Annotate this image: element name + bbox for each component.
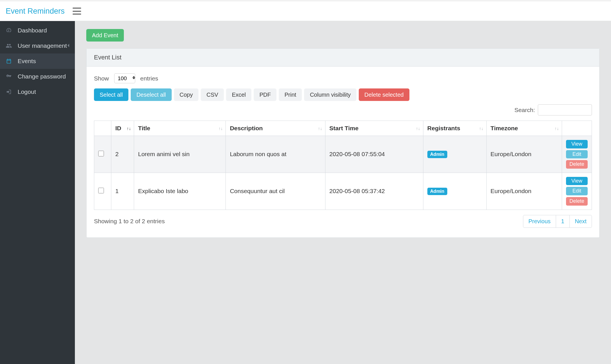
col-timezone[interactable]: Timezone ↑↓ bbox=[486, 121, 562, 136]
delete-button[interactable]: Delete bbox=[566, 160, 588, 169]
col-id[interactable]: ID ↑↓ bbox=[111, 121, 134, 136]
view-button[interactable]: View bbox=[566, 177, 588, 185]
edit-button[interactable]: Edit bbox=[566, 150, 588, 159]
copy-button[interactable]: Copy bbox=[174, 88, 199, 101]
cell-start-time: 2020-05-08 05:37:42 bbox=[325, 173, 423, 210]
entries-label: entries bbox=[140, 75, 158, 82]
pdf-button[interactable]: PDF bbox=[254, 88, 276, 101]
sign-out-icon bbox=[5, 89, 13, 95]
col-start-time-label: Start Time bbox=[329, 125, 358, 131]
event-list-card: Event List Show 100 entries Select all D… bbox=[86, 48, 600, 238]
events-table: ID ↑↓ Title ↑↓ Description ↑↓ bbox=[94, 121, 592, 210]
chevron-left-icon bbox=[67, 44, 70, 48]
sort-icon: ↑↓ bbox=[218, 126, 223, 131]
search-control: Search: bbox=[94, 104, 592, 115]
topbar: Event Reminders bbox=[0, 0, 611, 21]
pagination-next[interactable]: Next bbox=[570, 215, 592, 228]
cell-title: Lorem animi vel sin bbox=[134, 136, 226, 173]
cell-actions: View Edit Delete bbox=[562, 136, 592, 173]
col-checkbox[interactable] bbox=[94, 121, 111, 136]
pagination: Previous 1 Next bbox=[523, 215, 592, 228]
col-description-label: Description bbox=[230, 125, 263, 131]
registrant-badge: Admin bbox=[427, 151, 447, 158]
sidebar-item-events[interactable]: Events bbox=[0, 53, 75, 69]
row-checkbox[interactable] bbox=[98, 188, 104, 193]
cell-registrants: Admin bbox=[423, 136, 486, 173]
key-icon bbox=[5, 74, 13, 79]
sort-icon: ↑↓ bbox=[318, 126, 322, 131]
cell-actions: View Edit Delete bbox=[562, 173, 592, 210]
col-registrants[interactable]: Registrants ↑↓ bbox=[423, 121, 486, 136]
page-length-select[interactable]: 100 bbox=[114, 73, 135, 83]
view-button[interactable]: View bbox=[566, 140, 588, 148]
sidebar-item-dashboard[interactable]: Dashboard bbox=[0, 23, 75, 38]
print-button[interactable]: Print bbox=[279, 88, 302, 101]
menu-toggle-icon[interactable] bbox=[73, 8, 81, 15]
card-title: Event List bbox=[87, 49, 599, 67]
cell-description: Consequuntur aut cil bbox=[226, 173, 325, 210]
csv-button[interactable]: CSV bbox=[201, 88, 224, 101]
pagination-previous[interactable]: Previous bbox=[523, 215, 556, 228]
col-title[interactable]: Title ↑↓ bbox=[134, 121, 226, 136]
show-label: Show bbox=[94, 75, 109, 82]
pagination-page-1[interactable]: 1 bbox=[556, 215, 570, 228]
col-actions bbox=[562, 121, 592, 136]
cell-description: Laborum non quos at bbox=[226, 136, 325, 173]
tachometer-icon bbox=[5, 27, 13, 34]
cell-id: 1 bbox=[111, 173, 134, 210]
edit-button[interactable]: Edit bbox=[566, 187, 588, 195]
table-toolbar: Select all Deselect all Copy CSV Excel P… bbox=[94, 88, 592, 101]
sidebar: Dashboard User management Events Change … bbox=[0, 21, 75, 364]
table-info: Showing 1 to 2 of 2 entries bbox=[94, 218, 165, 225]
delete-selected-button[interactable]: Delete selected bbox=[359, 88, 409, 101]
length-control: Show 100 entries bbox=[94, 73, 592, 83]
cell-id: 2 bbox=[111, 136, 134, 173]
add-event-button[interactable]: Add Event bbox=[86, 29, 124, 42]
sidebar-item-label: Dashboard bbox=[18, 27, 47, 34]
sidebar-item-change-password[interactable]: Change password bbox=[0, 69, 75, 84]
registrant-badge: Admin bbox=[427, 188, 447, 195]
excel-button[interactable]: Excel bbox=[226, 88, 251, 101]
col-start-time[interactable]: Start Time ↑↓ bbox=[325, 121, 423, 136]
column-visibility-button[interactable]: Column visibility bbox=[304, 88, 356, 101]
table-row: 2 Lorem animi vel sin Laborum non quos a… bbox=[94, 136, 592, 173]
cell-title: Explicabo Iste labo bbox=[134, 173, 226, 210]
search-input[interactable] bbox=[538, 104, 592, 115]
col-id-label: ID bbox=[115, 125, 121, 131]
sidebar-item-label: Events bbox=[18, 58, 36, 65]
cell-start-time: 2020-05-08 07:55:04 bbox=[325, 136, 423, 173]
calendar-icon bbox=[5, 58, 13, 64]
row-checkbox[interactable] bbox=[98, 151, 104, 156]
users-icon bbox=[5, 43, 13, 49]
deselect-all-button[interactable]: Deselect all bbox=[131, 88, 171, 101]
col-registrants-label: Registrants bbox=[427, 125, 460, 131]
sidebar-item-label: User management bbox=[18, 42, 67, 49]
cell-registrants: Admin bbox=[423, 173, 486, 210]
sidebar-item-logout[interactable]: Logout bbox=[0, 84, 75, 100]
sort-icon: ↑↓ bbox=[555, 126, 559, 131]
cell-timezone: Europe/London bbox=[486, 136, 562, 173]
col-description[interactable]: Description ↑↓ bbox=[226, 121, 325, 136]
col-title-label: Title bbox=[138, 125, 150, 131]
sort-icon: ↑↓ bbox=[479, 126, 483, 131]
sidebar-item-label: Logout bbox=[18, 88, 36, 95]
sort-desc-icon: ↑↓ bbox=[127, 126, 131, 131]
table-row: 1 Explicabo Iste labo Consequuntur aut c… bbox=[94, 173, 592, 210]
cell-timezone: Europe/London bbox=[486, 173, 562, 210]
sidebar-item-user-management[interactable]: User management bbox=[0, 38, 75, 53]
search-label: Search: bbox=[514, 107, 535, 113]
brand-link[interactable]: Event Reminders bbox=[6, 7, 65, 16]
sort-icon: ↑↓ bbox=[416, 126, 420, 131]
col-timezone-label: Timezone bbox=[491, 125, 518, 131]
select-all-button[interactable]: Select all bbox=[94, 88, 128, 101]
delete-button[interactable]: Delete bbox=[566, 197, 588, 206]
sidebar-item-label: Change password bbox=[18, 73, 66, 80]
main-content: Add Event Event List Show 100 entries Se… bbox=[75, 21, 611, 364]
